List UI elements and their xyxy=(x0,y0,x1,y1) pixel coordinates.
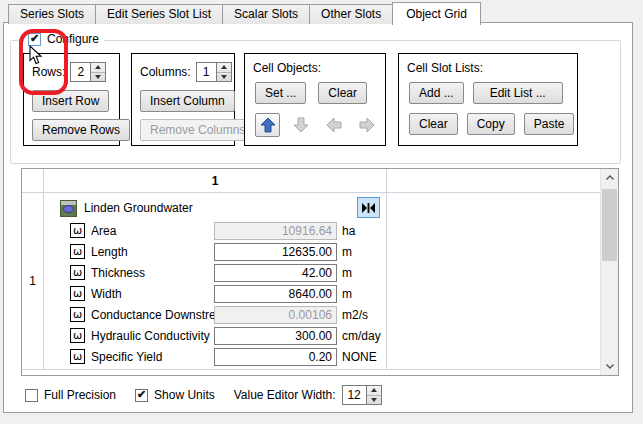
tab-object-grid[interactable]: Object Grid xyxy=(392,2,481,25)
object-row: Linden Groundwater xyxy=(44,196,386,220)
arrow-right-icon xyxy=(359,117,375,133)
cell-slot-lists-groupbox: Cell Slot Lists: Add ... Edit List ... C… xyxy=(398,53,578,146)
move-right-button xyxy=(354,113,379,137)
columns-value[interactable]: 1 xyxy=(196,62,216,82)
tab-series-slots[interactable]: Series Slots xyxy=(8,4,96,24)
spin-down-button[interactable] xyxy=(217,73,231,82)
slot-value-field[interactable]: 8640.00 xyxy=(214,285,337,303)
tab-edit-series-slot-list[interactable]: Edit Series Slot List xyxy=(95,4,223,24)
scroll-up-button[interactable] xyxy=(601,169,618,186)
scalar-slot-icon: ω xyxy=(70,328,85,343)
tab-scalar-slots[interactable]: Scalar Slots xyxy=(222,4,310,24)
slot-row: ω Conductance Downstream 0.00106 m2/s xyxy=(44,304,386,325)
tab-pane: ✔ Configure Rows: 2 Insert Row xyxy=(3,22,633,413)
spin-down-icon xyxy=(371,398,377,402)
slot-value-field[interactable]: 300.00 xyxy=(214,327,337,345)
cell-slot-lists-copy-button[interactable]: Copy xyxy=(467,113,515,135)
cell-slot-lists-edit-button[interactable]: Edit List ... xyxy=(473,82,563,104)
show-units-option[interactable]: ✔ Show Units xyxy=(135,388,215,402)
move-left-button xyxy=(321,113,346,137)
spin-up-button[interactable] xyxy=(217,63,231,73)
scalar-slot-icon: ω xyxy=(70,349,85,364)
slot-unit: NONE xyxy=(342,350,377,364)
cell-slot-lists-paste-button[interactable]: Paste xyxy=(524,113,575,135)
slot-unit: cm/day xyxy=(342,329,381,343)
rows-label: Rows: xyxy=(32,65,65,79)
slot-row: ω Width 8640.00 m xyxy=(44,283,386,304)
slot-row: ω Hydraulic Conductivity 300.00 cm/day xyxy=(44,325,386,346)
remove-rows-button[interactable]: Remove Rows xyxy=(32,119,130,141)
grid-cell-1-1: Linden Groundwater ω Area 10916.64 xyxy=(44,193,387,369)
grid-vertical-scrollbar[interactable] xyxy=(600,169,618,375)
rows-spinner[interactable]: 2 xyxy=(70,62,106,82)
cell-objects-set-button[interactable]: Set ... xyxy=(255,82,306,104)
scalar-slot-icon: ω xyxy=(70,265,85,280)
cell-slot-lists-add-button[interactable]: Add ... xyxy=(409,82,464,104)
spin-up-icon xyxy=(371,388,377,392)
slot-list: ω Area 10916.64 ha ω Length 12635.00 m ω… xyxy=(44,220,386,367)
arrow-down-icon xyxy=(293,117,309,133)
grid-content: 1 1 Linden Groundwater xyxy=(22,169,600,375)
cell-slot-lists-clear-button[interactable]: Clear xyxy=(409,113,458,135)
slot-name: Specific Yield xyxy=(91,350,214,364)
remove-columns-button: Remove Columns xyxy=(140,119,255,141)
spin-up-icon xyxy=(221,65,227,69)
spin-up-button[interactable] xyxy=(91,63,105,73)
configure-checkbox[interactable]: ✔ xyxy=(28,33,41,46)
scalar-slot-icon: ω xyxy=(70,286,85,301)
spin-down-icon xyxy=(95,75,101,79)
scroll-track[interactable] xyxy=(601,186,618,358)
scalar-slot-icon: ω xyxy=(70,223,85,238)
scalar-slot-icon: ω xyxy=(70,244,85,259)
rows-groupbox: Rows: 2 Insert Row Remove Rows xyxy=(23,53,120,146)
grid-options-footer: Full Precision ✔ Show Units Value Editor… xyxy=(25,385,382,405)
value-editor-width-value[interactable]: 12 xyxy=(342,385,366,405)
checkmark-icon: ✔ xyxy=(30,33,39,44)
slot-value-field[interactable]: 12635.00 xyxy=(214,243,337,261)
full-precision-checkbox[interactable] xyxy=(25,389,38,402)
rows-value[interactable]: 2 xyxy=(70,62,90,82)
spin-up-button[interactable] xyxy=(367,386,381,396)
slot-unit: m xyxy=(342,287,352,301)
slot-name: Width xyxy=(91,287,214,301)
cell-slot-lists-title: Cell Slot Lists: xyxy=(407,61,571,75)
insert-row-button[interactable]: Insert Row xyxy=(32,90,109,112)
columns-spinner[interactable]: 1 xyxy=(196,62,232,82)
configure-checkbox-row: ✔ Configure xyxy=(23,32,104,46)
configure-groupbox: ✔ Configure Rows: 2 Insert Row xyxy=(10,40,621,164)
grid-corner-cell xyxy=(22,169,44,192)
slot-value-field: 10916.64 xyxy=(214,222,337,240)
cell-objects-clear-button[interactable]: Clear xyxy=(318,82,367,104)
chevron-down-icon xyxy=(606,364,614,369)
full-precision-option[interactable]: Full Precision xyxy=(25,388,116,402)
slot-value-field[interactable]: 42.00 xyxy=(214,264,337,282)
value-editor-width-spinner[interactable]: 12 xyxy=(342,385,382,405)
collapse-icon xyxy=(362,203,375,213)
scroll-down-button[interactable] xyxy=(601,358,618,375)
spin-up-icon xyxy=(95,65,101,69)
tab-other-slots[interactable]: Other Slots xyxy=(309,4,393,24)
show-units-checkbox[interactable]: ✔ xyxy=(135,389,148,402)
scroll-thumb[interactable] xyxy=(602,189,617,261)
move-up-button[interactable] xyxy=(255,113,280,137)
collapse-column-button[interactable] xyxy=(357,197,380,218)
tab-bar: Series SlotsEdit Series Slot ListScalar … xyxy=(8,2,480,24)
slot-value-field: 0.00106 xyxy=(214,306,337,324)
spin-down-button[interactable] xyxy=(367,396,381,405)
slot-name: Hydraulic Conductivity xyxy=(91,329,214,343)
slot-row: ω Specific Yield 0.20 NONE xyxy=(44,346,386,367)
groundwater-object-icon xyxy=(60,200,77,217)
object-name: Linden Groundwater xyxy=(84,201,193,215)
value-editor-width-label: Value Editor Width: xyxy=(234,388,336,402)
cell-objects-title: Cell Objects: xyxy=(253,61,379,75)
insert-column-button[interactable]: Insert Column xyxy=(140,90,235,112)
slot-value-field[interactable]: 0.20 xyxy=(214,348,337,366)
spin-down-button[interactable] xyxy=(91,73,105,82)
column-header-1[interactable]: 1 xyxy=(44,169,387,192)
slot-unit: ha xyxy=(342,224,355,238)
configure-label: Configure xyxy=(47,32,99,46)
row-header-1[interactable]: 1 xyxy=(22,193,44,369)
slot-row: ω Area 10916.64 ha xyxy=(44,220,386,241)
slot-row: ω Length 12635.00 m xyxy=(44,241,386,262)
slot-unit: m2/s xyxy=(342,308,368,322)
